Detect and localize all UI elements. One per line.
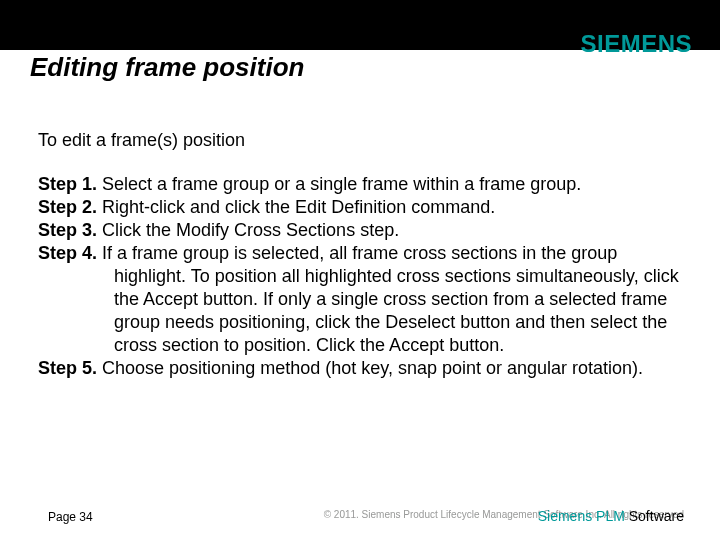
step-label: Step 4. [38,243,97,263]
brand-black: Software [629,508,684,524]
brand-line: Siemens PLM Software [538,508,684,524]
step-label: Step 5. [38,358,97,378]
intro-text: To edit a frame(s) position [38,130,682,151]
step-text: If a frame group is selected, all frame … [102,243,679,355]
step-item: Step 3. Click the Modify Cross Sections … [38,219,682,242]
page-number: Page 34 [48,510,93,524]
step-text: Click the Modify Cross Sections step. [102,220,399,240]
body-content: To edit a frame(s) position Step 1. Sele… [38,130,682,380]
siemens-logo: SIEMENS [580,30,692,58]
step-text: Right-click and click the Edit Definitio… [102,197,495,217]
step-label: Step 1. [38,174,97,194]
page-title: Editing frame position [30,52,304,83]
step-item: Step 2. Right-click and click the Edit D… [38,196,682,219]
steps-list: Step 1. Select a frame group or a single… [38,173,682,380]
step-text: Choose positioning method (hot key, snap… [102,358,643,378]
step-label: Step 2. [38,197,97,217]
footer: © 2011. Siemens Product Lifecycle Manage… [0,509,720,528]
step-text: Select a frame group or a single frame w… [102,174,581,194]
slide: SIEMENS Editing frame position To edit a… [0,0,720,540]
step-item: Step 4. If a frame group is selected, al… [38,242,682,357]
step-item: Step 1. Select a frame group or a single… [38,173,682,196]
brand-teal: Siemens PLM [538,508,629,524]
step-item: Step 5. Choose positioning method (hot k… [38,357,682,380]
step-label: Step 3. [38,220,97,240]
